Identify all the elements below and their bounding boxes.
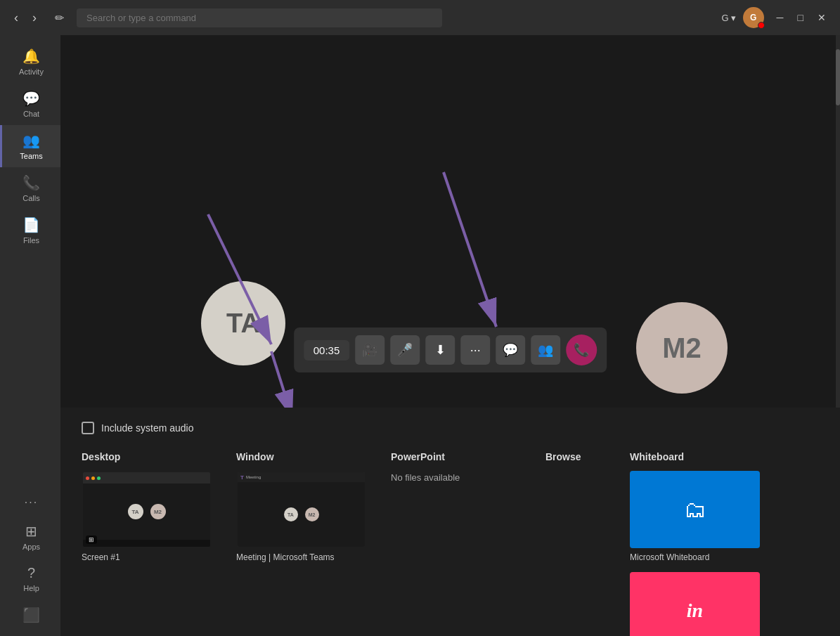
call-timer: 00:35 xyxy=(304,340,350,361)
participants-icon: 👥 xyxy=(538,342,553,358)
window-title: Window xyxy=(236,451,377,462)
participant-m2: M2 xyxy=(636,302,728,394)
system-audio-row: Include system audio xyxy=(82,422,819,434)
participant-ta: TA xyxy=(201,281,285,365)
powerpoint-title: PowerPoint xyxy=(391,451,531,462)
browse-section: Browse xyxy=(545,451,630,636)
forward-button[interactable]: › xyxy=(27,8,42,28)
end-call-button[interactable]: 📞 xyxy=(566,335,597,365)
no-files-text: No files available xyxy=(391,472,531,483)
whiteboard-label: Microsoft Whiteboard xyxy=(630,552,756,562)
activity-icon: 🔔 xyxy=(22,48,40,65)
compose-button[interactable]: ✏ xyxy=(48,8,71,27)
teams-window-thumbnail[interactable]: T Meeting TA M2 xyxy=(236,471,366,548)
invision-icon: in xyxy=(687,599,703,622)
video-off-button[interactable]: 🎥 xyxy=(355,335,385,365)
chat-icon: 💬 xyxy=(22,90,40,107)
invision-card-inner: in xyxy=(630,572,760,636)
thumb-avatar-m2: M2 xyxy=(150,504,166,519)
teams-avatar-ta: TA xyxy=(284,507,298,521)
call-controls: 00:35 🎥 🎤 ⬇ ··· 💬 👥 xyxy=(294,327,607,372)
whiteboard-card[interactable]: 🗂 xyxy=(630,471,760,548)
desktop-thumbnail[interactable]: TA M2 ⊞ xyxy=(82,471,212,548)
share-button[interactable]: ⬇ xyxy=(425,335,455,365)
thumb-avatar-ta: TA xyxy=(128,504,143,519)
sidebar-item-label: Teams xyxy=(20,152,42,160)
thumb-bottom-bar xyxy=(83,540,210,547)
notification-badge xyxy=(758,22,765,29)
right-scrollbar[interactable] xyxy=(836,35,840,408)
invision-card[interactable]: in xyxy=(630,572,760,636)
screen1-label: Screen #1 xyxy=(82,552,222,562)
dot-green xyxy=(97,476,101,480)
avatar[interactable]: G xyxy=(743,7,764,28)
window-section: Window T Meeting TA M2 xyxy=(236,451,391,636)
teams-logo-small: T xyxy=(240,474,244,481)
sidebar-item-activity[interactable]: 🔔 Activity xyxy=(0,41,60,83)
maximize-button[interactable]: □ xyxy=(792,11,809,25)
share-grid: Desktop TA M2 xyxy=(82,451,819,636)
share-panel: Include system audio Desktop xyxy=(60,408,840,636)
teams-thumb-content: TA M2 xyxy=(238,482,365,547)
close-button[interactable]: ✕ xyxy=(812,11,832,25)
dot-red xyxy=(86,476,89,480)
teams-thumb-inner: T Meeting TA M2 xyxy=(238,472,365,547)
apps-icon: ⊞ xyxy=(25,523,37,540)
window-controls: ─ □ ✕ xyxy=(771,11,832,25)
more-options-button[interactable]: ··· xyxy=(460,335,490,365)
sidebar-item-label: Activity xyxy=(19,67,44,76)
sidebar-item-files[interactable]: 📄 Files xyxy=(0,209,60,252)
system-audio-checkbox[interactable] xyxy=(82,422,94,434)
sidebar-item-teams[interactable]: 👥 Teams xyxy=(0,125,60,167)
main-layout: 🔔 Activity 💬 Chat 👥 Teams 📞 Calls 📄 File… xyxy=(0,35,840,636)
scrollbar-thumb xyxy=(836,49,840,105)
whiteboard-section: Whiteboard 🗂 Microsoft Whiteboard in xyxy=(630,451,770,636)
files-icon: 📄 xyxy=(22,216,40,233)
system-audio-label: Include system audio xyxy=(101,422,194,434)
chat-button[interactable]: 💬 xyxy=(496,335,525,365)
sidebar-item-label: Help xyxy=(23,584,39,592)
sidebar-item-calls[interactable]: 📞 Calls xyxy=(0,167,60,209)
desktop-section: Desktop TA M2 xyxy=(82,451,236,636)
dot-yellow xyxy=(91,476,95,480)
sidebar-item-apps[interactable]: ⊞ Apps xyxy=(0,516,60,558)
mute-icon: 🎤 xyxy=(397,342,413,358)
whiteboard-title: Whiteboard xyxy=(630,451,756,462)
browse-title[interactable]: Browse xyxy=(545,451,616,462)
end-call-icon: 📞 xyxy=(574,342,589,358)
sidebar-item-more[interactable]: ··· xyxy=(0,489,60,516)
sidebar-item-chat[interactable]: 💬 Chat xyxy=(0,83,60,125)
tenant-label: G xyxy=(721,13,728,23)
video-area: TA M2 00:35 🎥 🎤 ⬇ ··· 💬 xyxy=(60,35,840,408)
sidebar-item-label: Files xyxy=(23,236,39,245)
minimize-button[interactable]: ─ xyxy=(771,11,789,25)
calls-icon: 📞 xyxy=(22,174,40,191)
teams-thumb-header: T Meeting xyxy=(238,472,365,482)
teams-title-small: Meeting xyxy=(246,475,261,479)
share-icon: ⬇ xyxy=(435,342,446,358)
titlebar: ‹ › ✏ G ▾ G ─ □ ✕ xyxy=(0,0,840,35)
thumb-top-bar xyxy=(83,472,210,484)
share-overlay-icon: ⊞ xyxy=(86,536,97,544)
desktop-title: Desktop xyxy=(82,451,222,462)
sidebar-item-label: Chat xyxy=(23,110,39,118)
chat-icon: 💬 xyxy=(503,342,518,358)
participants-button[interactable]: 👥 xyxy=(531,335,560,365)
sidebar: 🔔 Activity 💬 Chat 👥 Teams 📞 Calls 📄 File… xyxy=(0,35,60,636)
search-input[interactable] xyxy=(77,8,442,27)
more-icon: ··· xyxy=(25,496,38,509)
mute-button[interactable]: 🎤 xyxy=(390,335,420,365)
teams-avatar-m2: M2 xyxy=(305,507,319,521)
sidebar-item-label: Calls xyxy=(22,194,39,202)
nav-buttons: ‹ › xyxy=(8,8,42,28)
teams-window-label: Meeting | Microsoft Teams xyxy=(236,552,377,562)
titlebar-right: G ▾ G ─ □ ✕ xyxy=(721,7,832,28)
sidebar-item-help[interactable]: ? Help xyxy=(0,558,60,599)
tenant-button[interactable]: G ▾ xyxy=(721,13,735,23)
thumb-main-area: TA M2 xyxy=(83,484,210,540)
back-button[interactable]: ‹ xyxy=(8,8,24,28)
whiteboard-card-inner: 🗂 xyxy=(630,471,760,548)
more-icon: ··· xyxy=(470,343,481,358)
help-icon: ? xyxy=(27,565,35,581)
sidebar-item-device[interactable]: ⬛ xyxy=(0,599,60,630)
